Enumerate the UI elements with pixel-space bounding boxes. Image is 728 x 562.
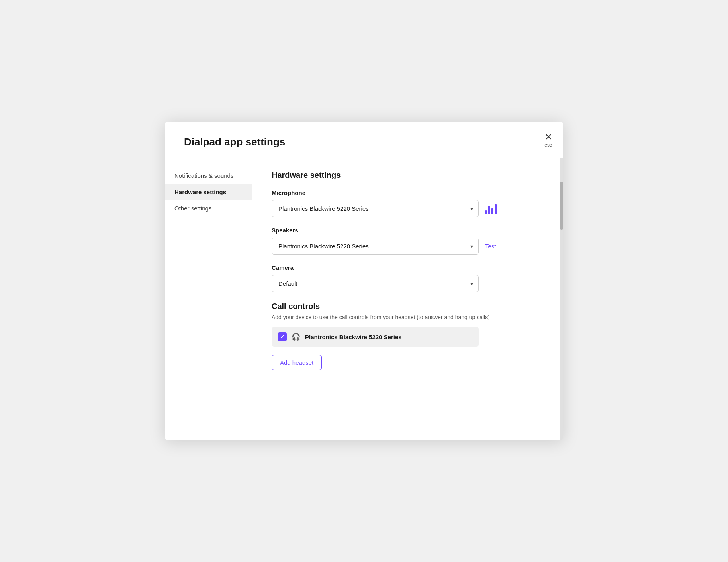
headset-icon: 🎧	[292, 332, 300, 341]
scrollbar-thumb[interactable]	[560, 182, 563, 230]
checkmark-icon: ✓	[280, 334, 285, 340]
close-icon: ✕	[545, 133, 552, 141]
call-controls-description: Add your device to use the call controls…	[272, 314, 541, 320]
content-area: Hardware settings Microphone Plantronics…	[252, 158, 560, 440]
camera-field-group: Camera Default Built-in Camera External …	[272, 264, 541, 292]
section-title: Hardware settings	[272, 171, 541, 180]
camera-select-row: Default Built-in Camera External Camera …	[272, 275, 541, 292]
sidebar-item-notifications[interactable]: Notifications & sounds	[165, 167, 252, 184]
sidebar: Notifications & sounds Hardware settings…	[165, 158, 252, 440]
sidebar-item-other[interactable]: Other settings	[165, 200, 252, 216]
add-headset-button[interactable]: Add headset	[272, 355, 322, 370]
microphone-select[interactable]: Plantronics Blackwire 5220 Series Defaul…	[272, 200, 479, 217]
microphone-label: Microphone	[272, 189, 541, 196]
call-controls-section: Call controls Add your device to use the…	[272, 302, 541, 370]
speakers-select-row: Plantronics Blackwire 5220 Series Defaul…	[272, 238, 541, 255]
headset-checkbox[interactable]: ✓	[278, 332, 287, 341]
modal-body: Notifications & sounds Hardware settings…	[165, 158, 563, 440]
speakers-field-group: Speakers Plantronics Blackwire 5220 Seri…	[272, 227, 541, 255]
scrollbar-track[interactable]	[560, 158, 563, 440]
speakers-select-wrapper: Plantronics Blackwire 5220 Series Defaul…	[272, 238, 479, 255]
test-speakers-button[interactable]: Test	[485, 243, 496, 250]
microphone-select-row: Plantronics Blackwire 5220 Series Defaul…	[272, 200, 541, 217]
audio-levels-icon	[485, 203, 497, 214]
settings-modal: Dialpad app settings ✕ esc Notifications…	[165, 122, 563, 440]
headset-name: Plantronics Blackwire 5220 Series	[305, 334, 402, 340]
microphone-field-group: Microphone Plantronics Blackwire 5220 Se…	[272, 189, 541, 217]
modal-header: Dialpad app settings ✕ esc	[165, 122, 563, 158]
esc-label: esc	[544, 142, 552, 148]
close-button[interactable]: ✕ esc	[544, 133, 552, 148]
sidebar-item-hardware[interactable]: Hardware settings	[165, 184, 252, 200]
headset-item: ✓ 🎧 Plantronics Blackwire 5220 Series	[272, 327, 479, 347]
call-controls-title: Call controls	[272, 302, 541, 311]
modal-title: Dialpad app settings	[184, 136, 544, 148]
camera-select[interactable]: Default Built-in Camera External Camera	[272, 275, 479, 292]
microphone-select-wrapper: Plantronics Blackwire 5220 Series Defaul…	[272, 200, 479, 217]
speakers-label: Speakers	[272, 227, 541, 234]
speakers-select[interactable]: Plantronics Blackwire 5220 Series Defaul…	[272, 238, 479, 255]
camera-select-wrapper: Default Built-in Camera External Camera …	[272, 275, 479, 292]
camera-label: Camera	[272, 264, 541, 271]
